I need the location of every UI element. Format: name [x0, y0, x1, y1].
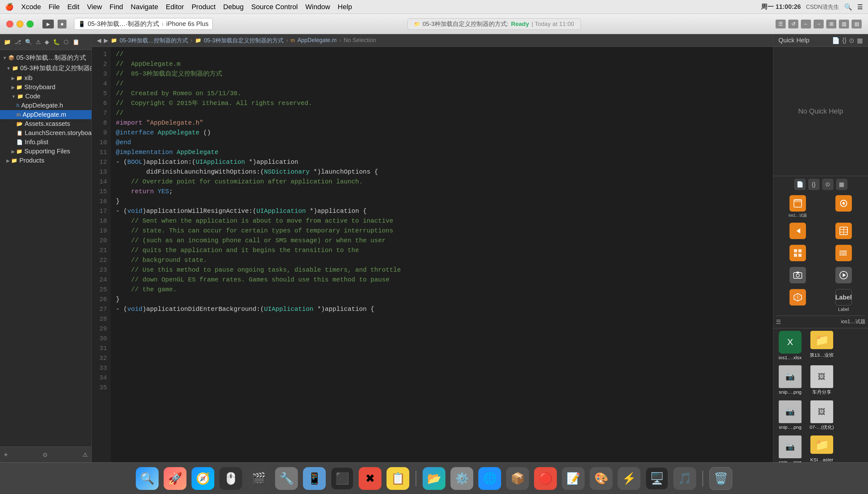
menu-find[interactable]: Find — [110, 3, 123, 11]
dock-app1[interactable]: 📱 — [303, 467, 326, 490]
tree-assets[interactable]: 📂 Assets.xcassets — [0, 119, 91, 128]
obj-item-cube[interactable] — [776, 288, 820, 313]
code-lines[interactable]: //// AppDelegate.m// 05-3种加载自定义控制器的方式///… — [111, 47, 773, 462]
dock-app2[interactable]: 📦 — [506, 467, 529, 490]
obj-lib-circle-icon[interactable]: ⊙ — [822, 179, 833, 190]
nav-test-icon[interactable]: ◆ — [44, 39, 49, 45]
dock-mouse[interactable]: 🖱️ — [219, 467, 242, 490]
nav-debug-icon[interactable]: 🐛 — [53, 39, 60, 45]
issues-button[interactable]: ⚠ — [83, 451, 88, 458]
dock-app4[interactable]: 📝 — [562, 467, 585, 490]
desktop-folder-13[interactable]: 📁 第13…业班 — [808, 331, 836, 360]
menu-view[interactable]: View — [87, 3, 102, 11]
tree-supporting-files[interactable]: ▶ 📁 Supporting Files — [0, 147, 91, 156]
dock-app5[interactable]: 🎨 — [590, 467, 613, 490]
toolbar-forward[interactable]: → — [814, 20, 824, 28]
obj-item-play[interactable] — [822, 266, 866, 286]
menu-navigate[interactable]: Navigate — [131, 3, 158, 11]
qh-icon1[interactable]: 📄 — [832, 37, 840, 44]
close-window-button[interactable] — [6, 21, 13, 27]
desktop-snip3[interactable]: 📷 snip….png — [776, 436, 804, 462]
obj-item-table[interactable] — [822, 221, 866, 242]
toolbar-refresh[interactable]: ↺ — [788, 20, 798, 28]
obj-item-back[interactable] — [776, 221, 820, 242]
menu-xcode[interactable]: Xcode — [21, 3, 41, 11]
menu-debug[interactable]: Debug — [223, 3, 244, 11]
dock-terminal[interactable]: ⬛ — [331, 467, 354, 490]
desktop-xlsx[interactable]: X ios1….xlsx — [776, 331, 804, 360]
dock-browser2[interactable]: 🌐 — [478, 467, 501, 490]
scheme-selector[interactable]: 📱 05-3种加载…·制器的方式 › iPhone 6s Plus — [74, 18, 213, 30]
minimize-window-button[interactable] — [16, 21, 23, 27]
dock-system-prefs[interactable]: ⚙️ — [450, 467, 473, 490]
obj-lib-square-icon[interactable]: ▦ — [836, 179, 847, 190]
dock-dvd[interactable]: 🎬 — [247, 467, 270, 490]
obj-item-grid[interactable] — [776, 244, 820, 264]
search-menubar-icon[interactable]: 🔍 — [844, 3, 852, 11]
nav-search-icon[interactable]: 🔍 — [25, 39, 32, 45]
qh-icon4[interactable]: ▦ — [857, 37, 863, 44]
nav-breakpoint-icon[interactable]: ⬡ — [64, 39, 69, 45]
dock-safari[interactable]: 🧭 — [192, 467, 214, 490]
dock-developer-tools[interactable]: 🔧 — [275, 467, 298, 490]
obj-lib-file-icon[interactable]: 📄 — [794, 179, 806, 190]
dock-app7[interactable]: 🖥️ — [646, 467, 668, 490]
dock-app6[interactable]: ⚡ — [618, 467, 640, 490]
nav-folder-icon[interactable]: 📁 — [4, 39, 11, 45]
obj-item-list[interactable] — [822, 244, 866, 264]
obj-lib-braces-icon[interactable]: {} — [808, 179, 819, 190]
desktop-snip1[interactable]: 📷 snip….png — [776, 365, 804, 395]
obj-item-2[interactable] — [822, 194, 866, 220]
toolbar-right-panel[interactable]: ▥ — [839, 20, 849, 28]
toolbar-back[interactable]: ← — [801, 20, 811, 28]
qh-icon3[interactable]: ⊙ — [849, 37, 854, 44]
code-editor[interactable]: 1234567891011121314151617181920212223242… — [92, 47, 773, 462]
tree-appdelegate-m[interactable]: m AppDelegate.m — [0, 110, 91, 119]
menu-edit[interactable]: Edit — [68, 3, 79, 11]
fullscreen-window-button[interactable] — [26, 21, 34, 27]
menu-editor[interactable]: Editor — [166, 3, 184, 11]
tree-root-project[interactable]: ▼ 📦 05-3种加载…制器的方式 — [0, 53, 91, 63]
run-button[interactable]: ▶ — [42, 20, 54, 28]
dock-launchpad[interactable]: 🚀 — [164, 467, 186, 490]
desktop-chedan[interactable]: 🖼 车丹分享 — [808, 365, 836, 395]
tree-code-folder[interactable]: ▼ 📁 Code — [0, 92, 91, 101]
menu-extra-icon[interactable]: ☰ — [857, 3, 863, 11]
menu-product[interactable]: Product — [192, 3, 216, 11]
menu-window[interactable]: Window — [306, 3, 330, 11]
menu-source-control[interactable]: Source Control — [251, 3, 298, 11]
dock-notes[interactable]: 📋 — [386, 467, 409, 490]
menu-help[interactable]: Help — [338, 3, 352, 11]
toolbar-split-view[interactable]: ⊞ — [826, 20, 836, 28]
tree-launchscreen[interactable]: 📋 LaunchScreen.storyboard — [0, 128, 91, 137]
filter-button[interactable]: ⊙ — [43, 451, 48, 458]
desktop-ksi[interactable]: 📁 KSI…aster — [808, 436, 836, 462]
toolbar-bottom-panel[interactable]: ▤ — [852, 20, 862, 28]
add-file-button[interactable]: + — [4, 451, 8, 459]
dock-app3[interactable]: 🔴 — [534, 467, 557, 490]
breadcrumb-part1[interactable]: 05-3种加载…控制器的方式 — [120, 37, 188, 44]
qh-icon2[interactable]: {} — [842, 37, 847, 44]
obj-item-label[interactable]: Label Label — [822, 288, 866, 313]
nav-next-button[interactable]: ▶ — [104, 37, 108, 44]
dock-xmind[interactable]: ✖ — [359, 467, 381, 490]
tree-appdelegate-h[interactable]: h AppDelegate.h — [0, 101, 91, 110]
dock-trash[interactable]: 🗑️ — [709, 467, 732, 490]
obj-item-viewcontroller[interactable]: ios1…试题 — [776, 194, 820, 220]
desktop-optimize[interactable]: 🖼 07-…(优化) — [808, 400, 836, 431]
tree-storyboard-folder[interactable]: ▶ 📁 Stroyboard — [0, 82, 91, 92]
dock-finder2[interactable]: 📂 — [422, 467, 446, 490]
nav-prev-button[interactable]: ◀ — [97, 37, 101, 44]
apple-menu[interactable]: 🍎 — [5, 3, 14, 11]
desktop-snip2[interactable]: 📷 snip….png — [776, 400, 804, 431]
tree-subproject[interactable]: ▼ 📁 05-3种加载自定义控制器的方式 — [0, 63, 91, 73]
menu-file[interactable]: File — [49, 3, 59, 11]
obj-lib-expand-icon[interactable]: ☰ — [776, 319, 781, 325]
tree-products[interactable]: ▶ 📁 Products — [0, 156, 91, 165]
stop-button[interactable]: ■ — [58, 20, 67, 28]
nav-report-icon[interactable]: 📋 — [72, 39, 79, 45]
breadcrumb-part3[interactable]: AppDelegate.m — [297, 37, 337, 44]
dock-finder[interactable]: 🔍 — [136, 467, 159, 490]
tree-xib[interactable]: ▶ 📁 xib — [0, 73, 91, 82]
tree-infoplist[interactable]: 📄 Info.plist — [0, 137, 91, 147]
